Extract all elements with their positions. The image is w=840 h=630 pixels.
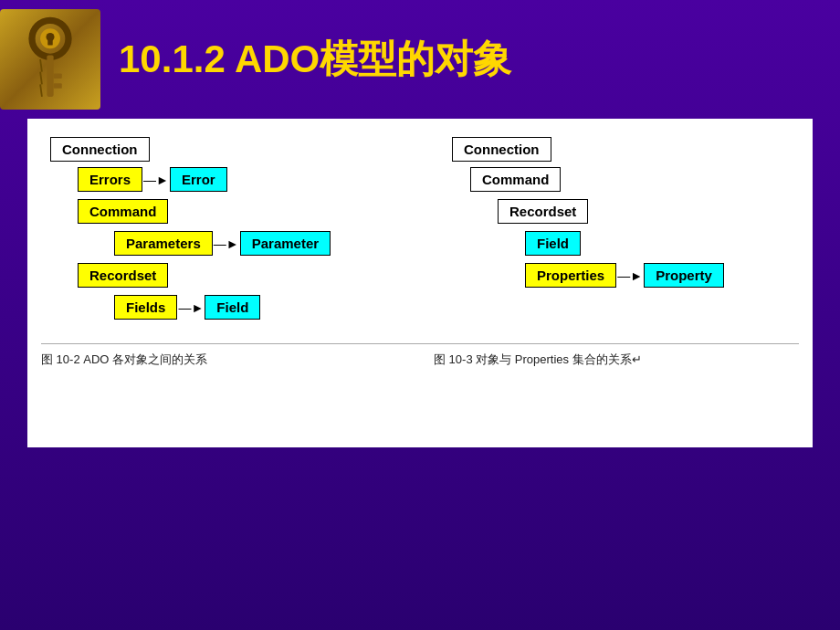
d1-recordset-box: Recordset <box>78 263 168 288</box>
d2-field-box: Field <box>525 231 581 256</box>
d1-param-box: Parameter <box>240 231 331 256</box>
svg-rect-6 <box>47 38 52 45</box>
d1-connection-box: Connection <box>50 137 150 162</box>
caption-area: 图 10-2 ADO 各对象之间的关系 图 10-3 对象与 Propertie… <box>41 343 799 368</box>
d2-connection-row: Connection <box>452 137 799 162</box>
d1-field-box: Field <box>205 295 260 320</box>
d2-property-box: Property <box>644 263 724 288</box>
d2-connection-box: Connection <box>452 137 551 162</box>
diagram2: Connection Command Recordset Field <box>443 137 799 304</box>
page-title: 10.1.2 ADO模型的对象 <box>119 34 511 85</box>
diagram1: Connection Errors —► Error Command Param… <box>41 137 434 336</box>
d2-command-row: Command <box>470 167 799 192</box>
slide: 10.1.2 ADO模型的对象 Connection Errors —► Err… <box>0 0 840 630</box>
d2-field-row: Field <box>525 231 799 256</box>
d1-connection-row: Connection <box>50 137 434 162</box>
key-image <box>0 9 100 110</box>
d1-recordset-row: Recordset <box>78 263 434 288</box>
d1-command-box: Command <box>78 199 168 224</box>
d2-properties-box: Properties <box>525 263 616 288</box>
content-area: Connection Errors —► Error Command Param… <box>0 119 840 630</box>
d1-fields-row: Fields —► Field <box>114 295 434 320</box>
header: 10.1.2 ADO模型的对象 <box>0 0 840 119</box>
d1-params-row: Parameters —► Parameter <box>114 231 434 256</box>
arrow-fields: —► <box>177 300 205 315</box>
d2-recordset-row: Recordset <box>498 199 799 224</box>
diagram-container: Connection Errors —► Error Command Param… <box>27 119 813 447</box>
key-icon <box>14 14 87 105</box>
d1-error-box: Error <box>170 167 227 192</box>
caption2: 图 10-3 对象与 Properties 集合的关系↵ <box>434 352 799 368</box>
svg-rect-2 <box>54 73 62 78</box>
svg-line-7 <box>40 59 42 72</box>
svg-line-9 <box>40 84 42 97</box>
arrow-properties: —► <box>616 268 644 283</box>
d1-params-box: Parameters <box>114 231 213 256</box>
caption1: 图 10-2 ADO 各对象之间的关系 <box>41 352 434 368</box>
d1-errors-row: Errors —► Error <box>78 167 434 192</box>
svg-line-8 <box>40 72 42 85</box>
d2-recordset-box: Recordset <box>498 199 588 224</box>
svg-rect-1 <box>47 55 53 96</box>
arrow-errors: —► <box>142 173 170 187</box>
d1-fields-box: Fields <box>114 295 177 320</box>
diagrams-row: Connection Errors —► Error Command Param… <box>41 137 799 336</box>
arrow-params: —► <box>213 236 240 251</box>
svg-rect-3 <box>54 83 62 88</box>
d2-command-box: Command <box>470 167 561 192</box>
d1-command-row: Command <box>78 199 434 224</box>
d2-properties-row: Properties —► Property <box>525 263 799 288</box>
d1-errors-box: Errors <box>78 167 142 192</box>
